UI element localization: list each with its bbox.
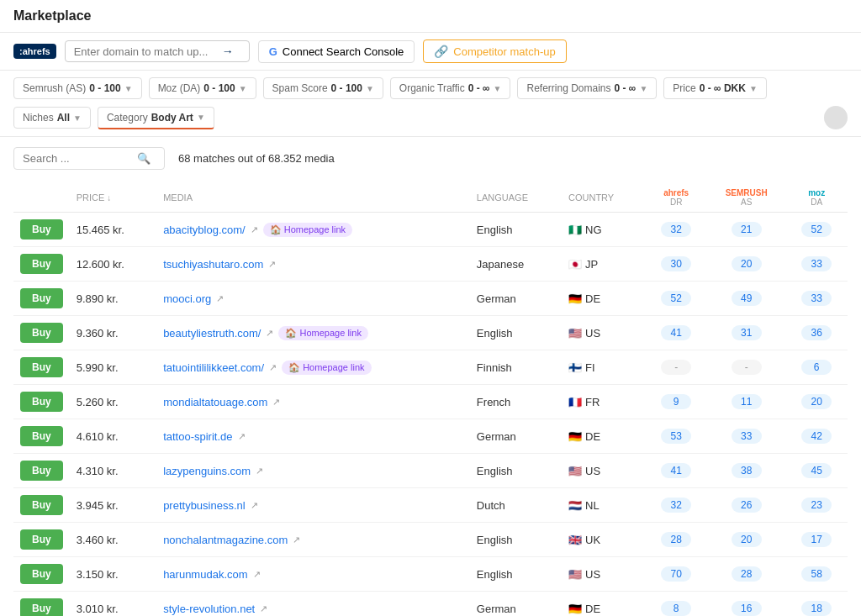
buy-cell[interactable]: Buy — [13, 282, 70, 316]
table-row: Buy 3.945 kr. prettybusiness.nl ↗ Dutch … — [13, 488, 848, 523]
country-code: UK — [585, 534, 600, 546]
col-price[interactable]: PRICE ↓ — [70, 183, 156, 213]
dr-badge: 70 — [661, 566, 691, 582]
da-cell: 36 — [785, 316, 848, 350]
filter-referring[interactable]: Referring Domains 0 - ∞ ▼ — [517, 77, 657, 99]
da-badge: 23 — [801, 498, 832, 513]
col-action — [13, 183, 70, 213]
media-link[interactable]: tsuchiyashutaro.com — [163, 258, 263, 271]
buy-cell[interactable]: Buy — [13, 523, 70, 557]
buy-button[interactable]: Buy — [20, 219, 63, 240]
flag-icon: 🇬🇧 — [568, 534, 582, 546]
avatar-icon[interactable] — [824, 106, 848, 129]
price-cell: 3.010 kr. — [70, 592, 156, 617]
google-icon: G — [269, 45, 277, 58]
as-cell: 21 — [707, 213, 785, 247]
table-row: Buy 4.610 kr. tattoo-spirit.de ↗ German … — [13, 419, 848, 454]
country-code: US — [585, 465, 600, 477]
filter-semrush[interactable]: Semrush (AS) 0 - 100 ▼ — [13, 77, 142, 99]
as-cell: 49 — [707, 282, 785, 316]
filter-category[interactable]: Category Body Art ▼ — [98, 107, 214, 129]
domain-input-wrap[interactable]: → — [65, 40, 250, 62]
media-link[interactable]: mooci.org — [163, 292, 211, 305]
table-row: Buy 9.360 kr. beautyliestruth.com/ ↗ 🏠 H… — [13, 316, 848, 350]
as-cell: 31 — [707, 316, 785, 350]
as-cell: 28 — [707, 557, 785, 592]
dr-cell: 70 — [645, 557, 707, 592]
filter-spam[interactable]: Spam Score 0 - 100 ▼ — [263, 77, 383, 99]
media-link[interactable]: mondialtatouage.com — [163, 396, 267, 408]
table-row: Buy 3.010 kr. style-revolution.net ↗ Ger… — [13, 592, 848, 617]
dr-cell: 41 — [645, 454, 707, 488]
buy-button[interactable]: Buy — [20, 495, 63, 515]
media-link[interactable]: beautyliestruth.com/ — [163, 327, 261, 340]
country-code: NG — [585, 224, 602, 236]
competitor-matchup-button[interactable]: 🔗 Competitor match-up — [423, 39, 566, 63]
buy-button[interactable]: Buy — [20, 288, 63, 308]
buy-button[interactable]: Buy — [20, 357, 63, 377]
buy-button[interactable]: Buy — [20, 461, 63, 481]
country-cell: 🇩🇪 DE — [562, 592, 645, 617]
buy-button[interactable]: Buy — [20, 529, 63, 550]
language-cell: English — [470, 316, 562, 350]
filter-moz[interactable]: Moz (DA) 0 - 100 ▼ — [149, 77, 256, 99]
price-cell: 9.360 kr. — [70, 316, 156, 350]
buy-button[interactable]: Buy — [20, 426, 63, 446]
chevron-down-icon: ▼ — [494, 84, 502, 93]
buy-cell[interactable]: Buy — [13, 350, 70, 385]
search-wrap[interactable]: 🔍 — [13, 147, 165, 170]
flag-icon: 🇫🇮 — [568, 361, 582, 374]
media-link[interactable]: abacityblog.com/ — [163, 224, 246, 236]
search-input[interactable] — [23, 152, 132, 165]
buy-button[interactable]: Buy — [20, 254, 63, 274]
buy-button[interactable]: Buy — [20, 564, 63, 584]
buy-cell[interactable]: Buy — [13, 557, 70, 592]
country-cell: 🇳🇬 NG — [562, 213, 645, 247]
filter-label: Spam Score — [272, 82, 328, 94]
buy-button[interactable]: Buy — [20, 392, 63, 412]
chevron-down-icon: ▼ — [124, 84, 133, 93]
domain-input[interactable] — [74, 45, 217, 58]
filter-price[interactable]: Price 0 - ∞ DKK ▼ — [663, 77, 766, 99]
media-cell: abacityblog.com/ ↗ 🏠 Homepage link — [156, 213, 470, 247]
filter-organic[interactable]: Organic Traffic 0 - ∞ ▼ — [390, 77, 511, 99]
filter-label: Price — [673, 82, 695, 94]
media-link[interactable]: tatuointililikkeet.com/ — [163, 361, 264, 374]
dr-cell: 28 — [645, 523, 707, 557]
da-cell: 58 — [785, 557, 848, 592]
buy-cell[interactable]: Buy — [13, 592, 70, 617]
filter-label: Semrush (AS) — [23, 82, 86, 94]
flag-icon: 🇺🇸 — [568, 465, 582, 477]
match-count: 68 matches out of 68.352 media — [178, 152, 335, 165]
media-link[interactable]: tattoo-spirit.de — [163, 430, 232, 443]
da-cell: 6 — [785, 350, 848, 385]
connect-search-console-button[interactable]: G Connect Search Console — [258, 40, 415, 63]
dr-badge: 30 — [661, 256, 691, 271]
dr-badge: 9 — [661, 394, 691, 409]
media-link[interactable]: lazypenguins.com — [163, 465, 251, 477]
search-and-count: 🔍 68 matches out of 68.352 media — [13, 147, 848, 170]
buy-button[interactable]: Buy — [20, 323, 63, 343]
buy-cell[interactable]: Buy — [13, 419, 70, 454]
competitor-matchup-label: Competitor match-up — [453, 45, 555, 58]
da-badge: 18 — [801, 601, 832, 616]
as-badge: 28 — [732, 566, 762, 582]
media-link[interactable]: harunmudak.com — [163, 568, 247, 581]
buy-cell[interactable]: Buy — [13, 213, 70, 247]
buy-button[interactable]: Buy — [20, 598, 63, 616]
media-cell: lazypenguins.com ↗ — [156, 454, 470, 488]
media-cell: mooci.org ↗ — [156, 282, 470, 316]
buy-cell[interactable]: Buy — [13, 316, 70, 350]
buy-cell[interactable]: Buy — [13, 488, 70, 523]
buy-cell[interactable]: Buy — [13, 385, 70, 419]
buy-cell[interactable]: Buy — [13, 247, 70, 282]
media-link[interactable]: prettybusiness.nl — [163, 499, 246, 512]
price-cell: 9.890 kr. — [70, 282, 156, 316]
media-link[interactable]: style-revolution.net — [163, 603, 255, 615]
filter-niches[interactable]: Niches All ▼ — [13, 107, 91, 129]
da-badge: 6 — [801, 360, 832, 375]
buy-cell[interactable]: Buy — [13, 454, 70, 488]
media-link[interactable]: nonchalantmagazine.com — [163, 534, 288, 546]
language-cell: Dutch — [470, 488, 562, 523]
da-badge: 45 — [801, 463, 832, 478]
